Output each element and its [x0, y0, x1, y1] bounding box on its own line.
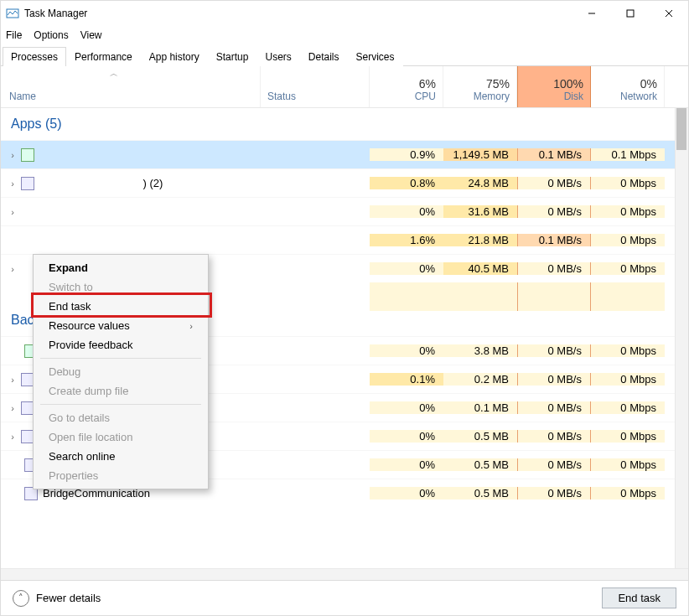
tab-bar: Processes Performance App history Startu…: [1, 44, 688, 66]
cpu-cell: 0%: [370, 205, 443, 218]
ctx-properties: Properties: [34, 466, 208, 485]
network-cell: 0 Mbps: [591, 487, 665, 500]
fewer-details-label: Fewer details: [36, 592, 101, 604]
process-icon: [21, 177, 34, 190]
memory-cell: 21.8 MB: [443, 234, 517, 246]
tab-app-history[interactable]: App history: [141, 47, 208, 66]
minimize-button[interactable]: [572, 1, 611, 26]
memory-cell: 0.5 MB: [443, 430, 517, 443]
disk-cell: 0 MB/s: [517, 430, 591, 443]
tab-services[interactable]: Services: [348, 47, 403, 66]
ctx-switch-to: Switch to: [34, 277, 208, 297]
disk-cell: 0 MB/s: [517, 401, 591, 414]
disk-cell: 0 MB/s: [517, 344, 591, 357]
window-title: Task Manager: [24, 8, 87, 19]
footer-bar: ˄ Fewer details End task: [1, 580, 688, 615]
chevron-up-icon: ˄: [13, 590, 29, 607]
sort-indicator-icon: ︿: [110, 68, 118, 80]
ctx-search-online[interactable]: Search online: [34, 447, 208, 466]
cpu-cell: 0%: [370, 344, 443, 357]
disk-cell: 0 MB/s: [517, 487, 591, 500]
scroll-thumb[interactable]: [676, 108, 686, 150]
disk-cell: 0 MB/s: [517, 262, 591, 275]
tab-details[interactable]: Details: [300, 47, 348, 66]
group-apps[interactable]: Apps (5): [1, 108, 688, 140]
memory-cell: 0.5 MB: [443, 487, 517, 500]
cpu-cell: 0.9%: [370, 148, 443, 161]
menu-file[interactable]: File: [6, 29, 22, 41]
process-row[interactable]: › 0.9% 1,149.5 MB 0.1 MB/s 0.1 Mbps: [1, 140, 688, 168]
chevron-right-icon: ›: [189, 321, 193, 331]
cpu-cell: 0.1%: [370, 373, 443, 386]
cpu-cell: 0%: [370, 487, 443, 500]
ctx-end-task[interactable]: End task: [34, 297, 208, 316]
column-header-row: ︿ Name Status 6%CPU 75%Memory 100%Disk 0…: [1, 66, 688, 108]
memory-cell: 0.2 MB: [443, 373, 517, 386]
network-cell: 0 Mbps: [591, 262, 665, 275]
close-button[interactable]: [650, 1, 688, 26]
ctx-open-file-location: Open file location: [34, 427, 208, 447]
ctx-create-dump: Create dump file: [34, 381, 208, 401]
process-row[interactable]: ›xxxxxxxxxxxxxxxxxxx) (2) 0.8% 24.8 MB 0…: [1, 168, 688, 197]
expand-icon[interactable]: ›: [6, 150, 19, 160]
process-row[interactable]: 1.6% 21.8 MB 0.1 MB/s 0 Mbps: [1, 225, 688, 254]
cpu-cell: 0%: [370, 430, 443, 443]
tab-users[interactable]: Users: [256, 47, 299, 66]
expand-icon[interactable]: ›: [6, 207, 19, 217]
menu-separator: [40, 358, 201, 359]
column-name[interactable]: Name: [1, 66, 261, 107]
expand-icon[interactable]: ›: [6, 432, 19, 442]
memory-cell: 31.6 MB: [443, 205, 517, 218]
fewer-details-toggle[interactable]: ˄ Fewer details: [13, 590, 101, 607]
network-cell: 0 Mbps: [591, 205, 665, 218]
process-row[interactable]: › 0% 31.6 MB 0 MB/s 0 Mbps: [1, 197, 688, 225]
process-icon: [21, 148, 34, 162]
cpu-cell: 0%: [370, 458, 443, 471]
disk-cell: 0 MB/s: [517, 373, 591, 386]
window-controls: [572, 1, 688, 26]
memory-cell: 24.8 MB: [443, 177, 517, 189]
column-memory[interactable]: 75%Memory: [443, 66, 517, 107]
memory-cell: 0.5 MB: [443, 458, 517, 471]
process-name: ) (2): [143, 177, 163, 189]
disk-cell: 0 MB/s: [517, 458, 591, 471]
column-cpu[interactable]: 6%CPU: [370, 66, 443, 107]
network-cell: 0 Mbps: [591, 373, 665, 386]
menu-bar: File Options View: [1, 26, 688, 44]
disk-cell: 0.1 MB/s: [517, 148, 591, 161]
ctx-resource-values[interactable]: Resource values›: [34, 316, 208, 335]
cpu-cell: 1.6%: [370, 234, 443, 246]
menu-separator: [40, 404, 201, 405]
memory-cell: 40.5 MB: [443, 262, 517, 275]
network-cell: 0 Mbps: [591, 401, 665, 414]
expand-icon[interactable]: ›: [6, 179, 19, 189]
disk-cell: 0 MB/s: [517, 205, 591, 218]
memory-cell: 0.1 MB: [443, 401, 517, 414]
vertical-scrollbar[interactable]: [675, 108, 688, 582]
task-manager-window: Task Manager File Options View Processes…: [0, 0, 689, 616]
cpu-cell: 0.8%: [370, 177, 443, 189]
ctx-expand[interactable]: Expand: [34, 258, 208, 277]
tab-startup[interactable]: Startup: [208, 47, 257, 66]
column-network[interactable]: 0%Network: [591, 66, 665, 107]
column-disk[interactable]: 100%Disk: [517, 66, 591, 107]
ctx-debug: Debug: [34, 362, 208, 381]
ctx-provide-feedback[interactable]: Provide feedback: [34, 335, 208, 355]
menu-options[interactable]: Options: [34, 29, 68, 41]
column-status[interactable]: Status: [261, 66, 370, 107]
end-task-button[interactable]: End task: [602, 588, 676, 608]
disk-cell: 0.1 MB/s: [517, 234, 591, 246]
maximize-button[interactable]: [611, 1, 650, 26]
network-cell: 0 Mbps: [591, 344, 665, 357]
expand-icon[interactable]: ›: [6, 375, 19, 385]
network-cell: 0 Mbps: [591, 177, 665, 189]
svg-rect-2: [627, 10, 634, 17]
process-list-panel: ︿ Name Status 6%CPU 75%Memory 100%Disk 0…: [1, 66, 688, 582]
tab-processes[interactable]: Processes: [3, 47, 66, 66]
menu-view[interactable]: View: [80, 29, 102, 41]
expand-icon[interactable]: ›: [6, 403, 19, 413]
memory-cell: 1,149.5 MB: [443, 148, 517, 161]
tab-performance[interactable]: Performance: [66, 47, 141, 66]
task-manager-icon: [6, 7, 19, 20]
expand-icon[interactable]: ›: [6, 264, 19, 274]
